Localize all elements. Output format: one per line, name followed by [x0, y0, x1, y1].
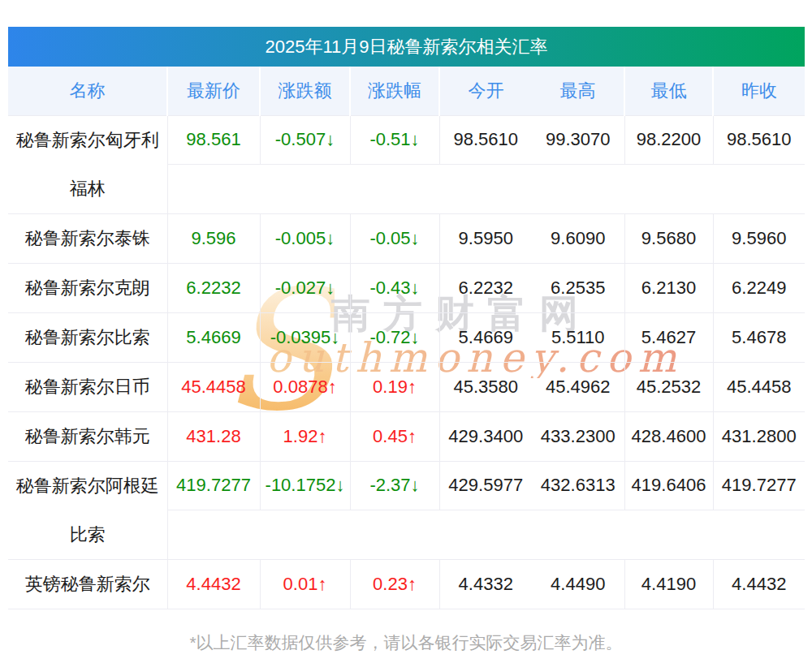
high-value: 5.5110: [532, 312, 624, 362]
change-amount: 0.01↑: [260, 559, 350, 609]
table-row: 秘鲁新索尔匈牙利福林 98.561 -0.507↓ -0.51↓ 98.5610…: [8, 115, 805, 165]
table-row: 秘鲁新索尔韩元 431.28 1.92↑ 0.45↑ 429.3400 433.…: [8, 411, 805, 461]
table-row: 秘鲁新索尔日币 45.4458 0.0878↑ 0.19↑ 45.3580 45…: [8, 362, 805, 411]
table-header-row: 名称 最新价 涨跌额 涨跌幅 今开 最高 最低 昨收: [8, 67, 805, 115]
col-header-latest-price: 最新价: [167, 67, 260, 115]
prev-close-value: 6.2249: [713, 263, 805, 312]
latest-price: 45.4458: [167, 362, 260, 411]
col-header-change-percent: 涨跌幅: [350, 67, 439, 115]
pair-name: 秘鲁新索尔韩元: [8, 411, 167, 461]
change-percent: -0.05↓: [350, 213, 439, 263]
open-value: 5.4669: [439, 312, 532, 362]
disclaimer-note: *以上汇率数据仅供参考，请以各银行实际交易汇率为准。: [0, 631, 812, 654]
open-value: 429.5977: [439, 461, 532, 510]
pair-name: 秘鲁新索尔克朗: [8, 263, 167, 312]
exchange-rate-page: 2025年11月9日秘鲁新索尔相关汇率 S 南方财富网 outhmoney.co…: [0, 0, 812, 663]
table-row: 秘鲁新索尔泰铢 9.596 -0.005↓ -0.05↓ 9.5950 9.60…: [8, 213, 805, 263]
pair-name: 秘鲁新索尔匈牙利福林: [8, 115, 167, 213]
change-percent: -0.51↓: [350, 115, 439, 165]
open-value: 98.5610: [439, 115, 532, 165]
high-value: 6.2535: [532, 263, 624, 312]
pair-name: 英镑秘鲁新索尔: [8, 559, 167, 609]
exchange-rate-table: 名称 最新价 涨跌额 涨跌幅 今开 最高 最低 昨收 秘鲁新索尔匈牙利福林 98…: [8, 67, 805, 609]
change-amount: -0.507↓: [260, 115, 350, 165]
low-value: 4.4190: [624, 559, 713, 609]
high-value: 9.6090: [532, 213, 624, 263]
prev-close-value: 45.4458: [713, 362, 805, 411]
high-value: 433.2300: [532, 411, 624, 461]
table-row: 秘鲁新索尔克朗 6.2232 -0.027↓ -0.43↓ 6.2232 6.2…: [8, 263, 805, 312]
open-value: 6.2232: [439, 263, 532, 312]
open-value: 45.3580: [439, 362, 532, 411]
change-percent: 0.19↑: [350, 362, 439, 411]
change-percent: -2.37↓: [350, 461, 439, 510]
latest-price: 98.561: [167, 115, 260, 165]
high-value: 432.6313: [532, 461, 624, 510]
prev-close-value: 9.5960: [713, 213, 805, 263]
prev-close-value: 431.2800: [713, 411, 805, 461]
low-value: 45.2532: [624, 362, 713, 411]
change-amount: 1.92↑: [260, 411, 350, 461]
latest-price: 5.4669: [167, 312, 260, 362]
change-percent: 0.45↑: [350, 411, 439, 461]
open-value: 429.3400: [439, 411, 532, 461]
col-header-low: 最低: [624, 67, 713, 115]
change-amount: -0.0395↓: [260, 312, 350, 362]
change-amount: -0.005↓: [260, 213, 350, 263]
change-amount: 0.0878↑: [260, 362, 350, 411]
latest-price: 6.2232: [167, 263, 260, 312]
open-value: 9.5950: [439, 213, 532, 263]
latest-price: 9.596: [167, 213, 260, 263]
empty-cell: [167, 510, 805, 560]
low-value: 98.2200: [624, 115, 713, 165]
high-value: 99.3070: [532, 115, 624, 165]
change-percent: 0.23↑: [350, 559, 439, 609]
low-value: 5.4627: [624, 312, 713, 362]
prev-close-value: 5.4678: [713, 312, 805, 362]
high-value: 45.4962: [532, 362, 624, 411]
page-title: 2025年11月9日秘鲁新索尔相关汇率: [8, 27, 805, 67]
high-value: 4.4490: [532, 559, 624, 609]
latest-price: 4.4432: [167, 559, 260, 609]
pair-name: 秘鲁新索尔比索: [8, 312, 167, 362]
col-header-change-amount: 涨跌额: [260, 67, 350, 115]
pair-name: 秘鲁新索尔日币: [8, 362, 167, 411]
pair-name: 秘鲁新索尔阿根廷比索: [8, 461, 167, 559]
pair-name: 秘鲁新索尔泰铢: [8, 213, 167, 263]
latest-price: 419.7277: [167, 461, 260, 510]
change-percent: -0.43↓: [350, 263, 439, 312]
col-header-high: 最高: [532, 67, 624, 115]
col-header-open: 今开: [439, 67, 532, 115]
col-header-name: 名称: [8, 67, 167, 115]
empty-cell: [167, 165, 805, 214]
col-header-prev-close: 昨收: [713, 67, 805, 115]
prev-close-value: 98.5610: [713, 115, 805, 165]
table-row: 秘鲁新索尔比索 5.4669 -0.0395↓ -0.72↓ 5.4669 5.…: [8, 312, 805, 362]
table-row: 秘鲁新索尔阿根廷比索 419.7277 -10.1752↓ -2.37↓ 429…: [8, 461, 805, 510]
table-row: 英镑秘鲁新索尔 4.4432 0.01↑ 0.23↑ 4.4332 4.4490…: [8, 559, 805, 609]
change-amount: -10.1752↓: [260, 461, 350, 510]
open-value: 4.4332: [439, 559, 532, 609]
low-value: 6.2130: [624, 263, 713, 312]
low-value: 419.6406: [624, 461, 713, 510]
change-amount: -0.027↓: [260, 263, 350, 312]
change-percent: -0.72↓: [350, 312, 439, 362]
low-value: 428.4600: [624, 411, 713, 461]
latest-price: 431.28: [167, 411, 260, 461]
low-value: 9.5680: [624, 213, 713, 263]
prev-close-value: 4.4432: [713, 559, 805, 609]
prev-close-value: 419.7277: [713, 461, 805, 510]
